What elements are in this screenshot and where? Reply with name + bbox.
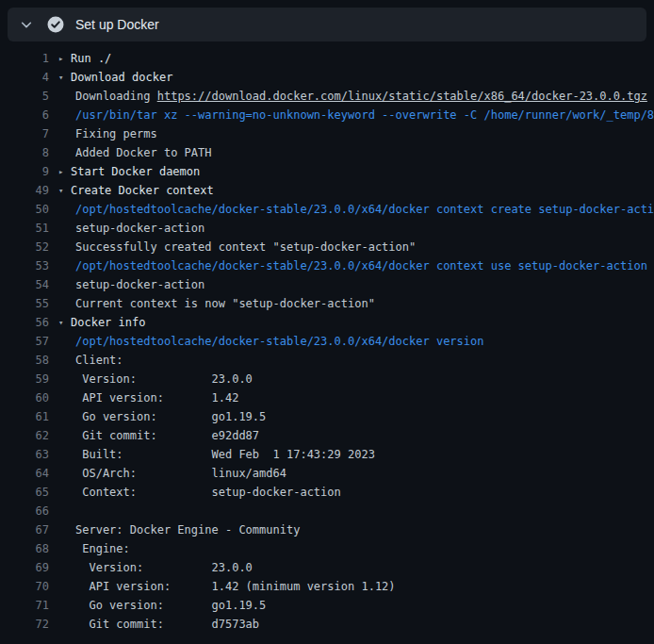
log-command-text: /usr/bin/tar xz --warning=no-unknown-key… (75, 106, 654, 124)
log-text: API version: 1.42 (75, 388, 238, 407)
line-number[interactable]: 5 (0, 87, 49, 106)
log-row: 55Current context is now "setup-docker-a… (0, 294, 654, 313)
line-number[interactable]: 65 (0, 483, 49, 502)
log-group-row[interactable]: 49▾Create Docker context (0, 181, 654, 200)
line-number[interactable]: 61 (0, 407, 49, 426)
triangle-expanded-icon[interactable]: ▾ (58, 181, 71, 200)
indent-spacer (49, 294, 75, 313)
log-group-row[interactable]: 9▸Start Docker daemon (0, 162, 654, 181)
triangle-collapsed-icon[interactable]: ▸ (58, 162, 71, 181)
indent-spacer (49, 558, 75, 577)
line-number[interactable]: 56 (0, 313, 49, 332)
line-number[interactable]: 55 (0, 294, 49, 313)
line-number[interactable]: 54 (0, 275, 49, 294)
log-row: 50/opt/hostedtoolcache/docker-stable/23.… (0, 200, 654, 219)
line-number[interactable]: 9 (0, 162, 49, 181)
line-number[interactable]: 1 (0, 49, 49, 68)
log-viewer: 1▸Run ./4▾Download docker5Downloading ht… (0, 41, 654, 634)
line-number[interactable]: 60 (0, 388, 49, 407)
log-row: 51setup-docker-action (0, 219, 654, 238)
log-row: 71 Go version: go1.19.5 (0, 596, 654, 615)
log-text: setup-docker-action (75, 275, 204, 294)
line-number[interactable]: 53 (0, 256, 49, 275)
line-number[interactable]: 66 (0, 502, 49, 520)
indent-spacer (49, 520, 75, 539)
indent-spacer (49, 351, 75, 370)
line-number[interactable]: 62 (0, 426, 49, 445)
log-row: 69 Version: 23.0.0 (0, 558, 654, 577)
log-row: 65 Context: setup-docker-action (0, 483, 654, 502)
log-row: 63 Built: Wed Feb 1 17:43:29 2023 (0, 445, 654, 464)
log-text: Built: Wed Feb 1 17:43:29 2023 (75, 445, 375, 464)
line-number[interactable]: 6 (0, 106, 49, 124)
indent-spacer (49, 143, 75, 162)
log-row: 61 Go version: go1.19.5 (0, 407, 654, 426)
line-number[interactable]: 7 (0, 124, 49, 143)
group-title: Start Docker daemon (71, 162, 200, 181)
line-number[interactable]: 58 (0, 351, 49, 370)
line-number[interactable]: 57 (0, 332, 49, 351)
line-number[interactable]: 67 (0, 520, 49, 539)
log-text: Context: setup-docker-action (75, 483, 341, 502)
triangle-collapsed-icon[interactable]: ▸ (58, 49, 71, 68)
line-number[interactable]: 69 (0, 558, 49, 577)
log-text: Successfully created context "setup-dock… (75, 238, 416, 256)
log-link[interactable]: https://download.docker.com/linux/static… (157, 90, 647, 103)
line-number[interactable]: 59 (0, 370, 49, 388)
chevron-down-icon[interactable] (19, 17, 34, 32)
log-row: 58Client: (0, 351, 654, 370)
log-text: Version: 23.0.0 (75, 370, 253, 388)
indent-spacer (49, 388, 75, 407)
log-group-row[interactable]: 56▾Docker info (0, 313, 654, 332)
line-number[interactable]: 8 (0, 143, 49, 162)
line-number[interactable]: 68 (0, 539, 49, 558)
group-title: Download docker (71, 68, 172, 87)
step-header[interactable]: Set up Docker (8, 8, 646, 41)
line-number[interactable]: 4 (0, 68, 49, 87)
log-row: 52Successfully created context "setup-do… (0, 238, 654, 256)
indent-spacer (49, 577, 75, 596)
line-number[interactable]: 51 (0, 219, 49, 238)
log-text: Git commit: d7573ab (75, 615, 259, 634)
indent-spacer (49, 539, 75, 558)
line-number[interactable]: 70 (0, 577, 49, 596)
line-number[interactable]: 50 (0, 200, 49, 219)
log-group-row[interactable]: 4▾Download docker (0, 68, 654, 87)
log-command-text: /opt/hostedtoolcache/docker-stable/23.0.… (75, 200, 654, 219)
log-text: Current context is now "setup-docker-act… (75, 294, 375, 313)
line-number[interactable]: 64 (0, 464, 49, 483)
indent-spacer (49, 219, 75, 238)
log-group-row[interactable]: 1▸Run ./ (0, 49, 654, 68)
log-row: 68 Engine: (0, 539, 654, 558)
line-number[interactable]: 49 (0, 181, 49, 200)
log-row: 8Added Docker to PATH (0, 143, 654, 162)
indent-spacer (49, 483, 75, 502)
log-row: 57/opt/hostedtoolcache/docker-stable/23.… (0, 332, 654, 351)
indent-spacer (49, 502, 75, 520)
line-number[interactable]: 71 (0, 596, 49, 615)
log-text: Added Docker to PATH (75, 143, 212, 162)
indent-spacer (49, 124, 75, 143)
indent-spacer (49, 615, 75, 634)
indent-spacer (49, 596, 75, 615)
indent-spacer (49, 445, 75, 464)
line-number[interactable]: 72 (0, 615, 49, 634)
log-text: Git commit: e92dd87 (75, 426, 259, 445)
log-row: 59 Version: 23.0.0 (0, 370, 654, 388)
group-title: Docker info (71, 313, 145, 332)
indent-spacer (49, 332, 75, 351)
line-number[interactable]: 63 (0, 445, 49, 464)
log-row: 60 API version: 1.42 (0, 388, 654, 407)
indent-spacer (49, 238, 75, 256)
group-title: Run ./ (71, 49, 111, 68)
log-row: 6/usr/bin/tar xz --warning=no-unknown-ke… (0, 106, 654, 124)
log-row: 67Server: Docker Engine - Community (0, 520, 654, 539)
indent-spacer (49, 200, 75, 219)
triangle-expanded-icon[interactable]: ▾ (58, 68, 71, 87)
line-number[interactable]: 52 (0, 238, 49, 256)
log-row: 64 OS/Arch: linux/amd64 (0, 464, 654, 483)
log-text: Version: 23.0.0 (75, 558, 253, 577)
triangle-expanded-icon[interactable]: ▾ (58, 313, 71, 332)
log-text: Fixing perms (75, 124, 157, 143)
log-text: Go version: go1.19.5 (75, 407, 266, 426)
